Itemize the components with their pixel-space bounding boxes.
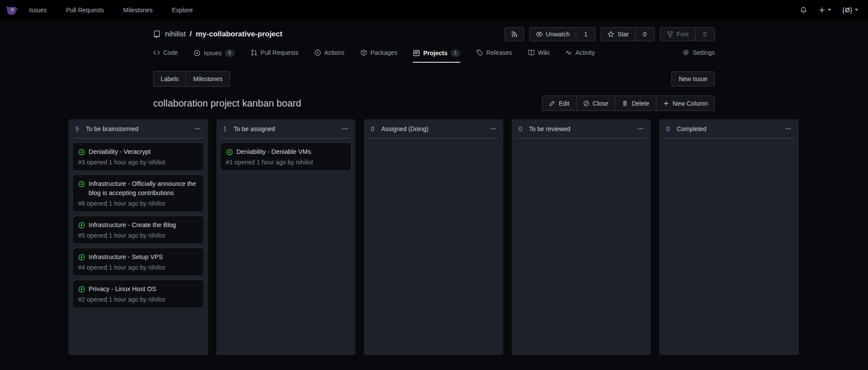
milestones-button[interactable]: Milestones [186,71,230,86]
tab-actions[interactable]: Actions [314,49,344,62]
tab-releases-label: Releases [486,49,512,56]
issue-card-title: Infrastructure - Officially announce the… [89,179,198,198]
unwatch-button[interactable]: Unwatch [530,28,576,41]
project-board-icon [413,50,420,57]
tab-pull-requests[interactable]: Pull Requests [251,49,298,62]
rss-feed-button[interactable] [505,27,524,41]
edit-button[interactable]: Edit [542,96,576,110]
issue-card-title: Privacy - Linux Host OS [89,285,156,294]
new-issue-button[interactable]: New Issue [671,71,715,86]
tab-settings[interactable]: Settings [682,49,715,62]
tab-issues[interactable]: Issues6 [194,49,234,63]
repo-tabs: CodeIssues6Pull RequestsActionsPackagesP… [153,49,715,63]
tab-projects[interactable]: Projects1 [413,49,460,63]
column-header: 5 To be brainstormed [68,119,208,138]
unwatch-label: Unwatch [546,31,570,38]
column-cards: Deniability - Deniable VMs #1 opened 1 h… [216,139,356,175]
stars-count[interactable]: 0 [635,28,654,41]
user-avatar-menu[interactable]: {Ø} [843,7,858,14]
issue-opened-icon [226,149,233,156]
plus-icon [818,7,825,14]
issue-opened-icon [78,149,85,156]
tab-activity-label: Activity [575,49,595,56]
labels-button[interactable]: Labels [154,71,186,86]
fork-label: Fork [677,31,689,38]
navbar-link-issues[interactable]: Issues [29,7,47,14]
column-header: 0 Completed [659,119,799,138]
labels-milestones-group: Labels Milestones [153,71,230,87]
repo-path-separator: / [190,30,192,39]
repo-name-link[interactable]: my-collaborative-project [196,30,282,39]
new-column-button[interactable]: New Column [656,96,714,110]
column-cards: Deniability - Veracrypt #3 opened 1 hour… [68,139,208,312]
issue-card-title: Deniability - Veracrypt [89,147,151,157]
column-card-count: 0 [371,125,374,132]
code-icon [153,49,160,56]
play-circle-icon [314,49,321,56]
issue-card-meta: #6 opened 1 hour ago by nihilist [78,200,198,207]
tab-releases[interactable]: Releases [476,49,512,62]
circle-slash-icon [583,100,589,107]
avatar: {Ø} [843,7,853,14]
board-column-4: 0 Completed [659,119,799,355]
close-button[interactable]: Close [576,96,615,110]
issue-card-meta: #4 opened 1 hour ago by nihilist [78,264,198,271]
tab-wiki[interactable]: Wiki [528,49,549,62]
column-menu-button[interactable] [194,125,201,132]
navbar-link-explore[interactable]: Explore [172,7,193,14]
bell-icon[interactable] [800,7,807,14]
kebab-icon [637,125,644,132]
column-menu-button[interactable] [342,125,348,132]
column-menu-button[interactable] [490,125,496,132]
tag-icon [476,49,483,56]
issue-card[interactable]: Infrastructure - Create the Blog #5 open… [72,216,204,244]
tab-actions-label: Actions [324,49,344,56]
fork-button-group: Fork 0 [660,27,715,41]
tab-packages[interactable]: Packages [360,49,397,62]
column-menu-button[interactable] [785,125,792,132]
issue-opened-icon [78,181,85,188]
board-column-2: 0 Assigned (Doing) [364,119,503,355]
column-cards [512,139,651,146]
gitea-cup-logo[interactable] [4,3,20,18]
star-icon [607,31,614,38]
project-subnav: Labels Milestones New Issue [153,71,715,87]
star-button[interactable]: Star [601,28,635,41]
gear-icon [682,49,689,56]
fork-icon [667,31,674,38]
pencil-icon [549,100,555,107]
edit-label: Edit [559,100,569,107]
issue-card-title: Infrastructure - Setup VPS [89,253,163,262]
issue-card[interactable]: Deniability - Veracrypt #3 opened 1 hour… [72,142,204,171]
issue-card-title: Infrastructure - Create the Blog [89,221,176,230]
tab-activity[interactable]: Activity [565,49,595,62]
issue-opened-icon [194,50,201,57]
navbar-link-milestones[interactable]: Milestones [123,7,153,14]
tab-packages-label: Packages [370,49,397,56]
forks-count[interactable]: 0 [695,28,714,41]
issue-card[interactable]: Privacy - Linux Host OS #2 opened 1 hour… [72,280,204,308]
kanban-board: 5 To be brainstormed Deniability - Verac… [0,119,868,355]
create-new-menu[interactable] [818,7,831,14]
close-label: Close [593,100,609,107]
issue-card[interactable]: Infrastructure - Setup VPS #4 opened 1 h… [72,248,204,276]
board-column-3: 0 To be reviewed [512,119,651,355]
column-title: To be assigned [233,125,275,132]
project-actions-group: EditCloseDeleteNew Column [542,96,715,111]
issue-card[interactable]: Deniability - Deniable VMs #1 opened 1 h… [220,142,352,171]
watchers-count[interactable]: 1 [576,28,595,41]
issue-opened-icon [78,222,85,229]
new-column-label: New Column [673,100,708,107]
column-card-count: 0 [519,125,522,132]
navbar-link-pull-requests[interactable]: Pull Requests [66,7,104,14]
tab-code[interactable]: Code [153,49,178,62]
kebab-icon [490,125,496,132]
tab-settings-label: Settings [692,49,715,56]
fork-button[interactable]: Fork [660,28,695,41]
navbar-links: IssuesPull RequestsMilestonesExplore [29,7,193,14]
repo-owner-link[interactable]: nihilist [165,30,186,39]
star-label: Star [617,31,629,38]
delete-button[interactable]: Delete [615,96,656,110]
issue-card[interactable]: Infrastructure - Officially announce the… [72,174,204,212]
column-menu-button[interactable] [637,125,644,132]
